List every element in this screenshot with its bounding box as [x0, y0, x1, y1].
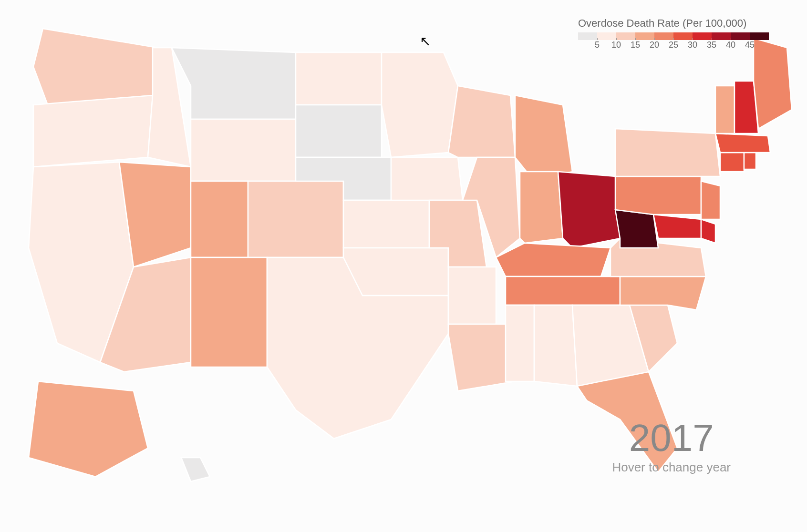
- state-MN[interactable]: [382, 52, 458, 157]
- state-DE[interactable]: [701, 219, 715, 243]
- year-label: 2017: [612, 419, 731, 457]
- state-WY[interactable]: [191, 119, 296, 181]
- legend-tick: 45: [740, 40, 759, 50]
- legend-ticks: 51015202530354045: [578, 40, 769, 53]
- state-OH[interactable]: [558, 172, 620, 248]
- legend-swatch: [712, 32, 731, 40]
- state-NY[interactable]: [615, 129, 720, 176]
- legend-swatch: [731, 32, 750, 40]
- legend-swatch: [673, 32, 693, 40]
- legend: Overdose Death Rate (Per 100,000) 510152…: [578, 17, 769, 53]
- state-WI[interactable]: [448, 86, 515, 157]
- state-AL[interactable]: [534, 305, 577, 386]
- legend-tick: 30: [683, 40, 702, 50]
- state-AR[interactable]: [448, 267, 496, 324]
- legend-tick: 10: [607, 40, 626, 50]
- legend-tick: 5: [588, 40, 607, 50]
- legend-swatch: [578, 32, 597, 40]
- legend-tick: 15: [626, 40, 645, 50]
- state-ND[interactable]: [296, 52, 382, 105]
- state-NJ[interactable]: [701, 181, 720, 219]
- state-VT[interactable]: [715, 86, 735, 133]
- state-TN[interactable]: [506, 276, 620, 305]
- state-MS[interactable]: [506, 305, 534, 381]
- state-WV[interactable]: [615, 210, 658, 248]
- legend-swatch: [693, 32, 712, 40]
- legend-swatch: [616, 32, 635, 40]
- state-RI[interactable]: [744, 153, 756, 169]
- state-CT[interactable]: [720, 153, 744, 172]
- state-CO[interactable]: [248, 181, 343, 257]
- legend-tick: 35: [702, 40, 721, 50]
- state-HI[interactable]: [181, 458, 210, 481]
- year-block[interactable]: 2017 Hover to change year: [612, 419, 731, 475]
- state-IA[interactable]: [391, 157, 463, 200]
- state-MD[interactable]: [653, 215, 701, 238]
- state-SD[interactable]: [296, 105, 382, 157]
- state-MT[interactable]: [172, 48, 296, 119]
- state-PA[interactable]: [615, 176, 701, 215]
- legend-tick: 25: [664, 40, 683, 50]
- legend-tick: 40: [721, 40, 740, 50]
- legend-swatch: [597, 32, 616, 40]
- legend-title: Overdose Death Rate (Per 100,000): [578, 17, 769, 30]
- cursor-icon: ↖︎: [420, 33, 431, 49]
- state-NM[interactable]: [191, 257, 267, 367]
- legend-swatch: [750, 32, 769, 40]
- legend-tick: 20: [645, 40, 664, 50]
- state-AK[interactable]: [29, 381, 148, 477]
- legend-swatch: [654, 32, 673, 40]
- state-KS[interactable]: [343, 200, 429, 248]
- state-NC[interactable]: [620, 276, 706, 310]
- state-WA[interactable]: [33, 29, 157, 105]
- state-MA[interactable]: [715, 133, 770, 153]
- state-MI[interactable]: [515, 95, 572, 181]
- state-UT[interactable]: [191, 181, 248, 257]
- state-KY[interactable]: [496, 243, 610, 276]
- state-OR[interactable]: [33, 95, 153, 167]
- legend-swatch: [635, 32, 654, 40]
- year-hint: Hover to change year: [612, 460, 731, 475]
- state-IN[interactable]: [520, 172, 563, 243]
- map-container: Overdose Death Rate (Per 100,000) 510152…: [0, 0, 807, 532]
